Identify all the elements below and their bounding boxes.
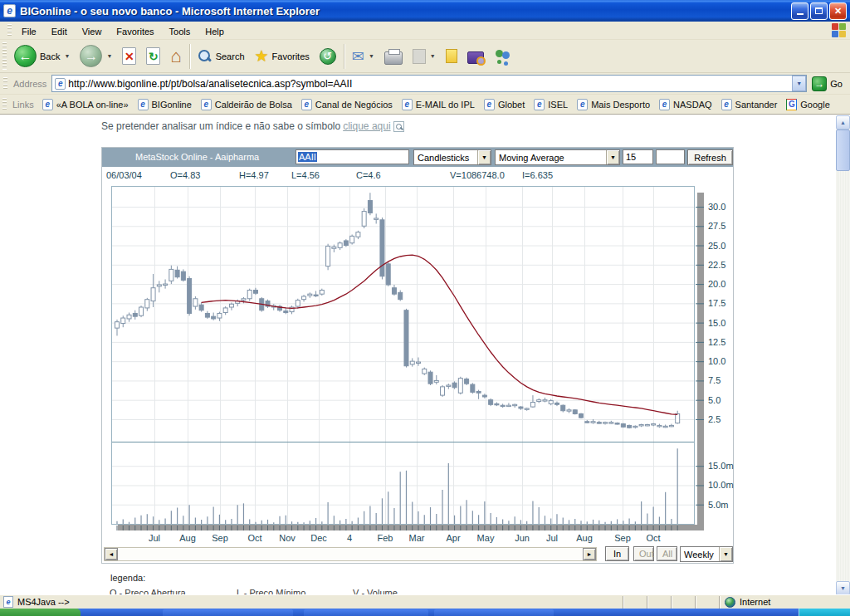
link-mais-desporto[interactable]: eMais Desporto xyxy=(574,97,656,112)
restore-button[interactable] xyxy=(810,2,828,20)
discuss-note-icon xyxy=(446,49,457,63)
system-tray-sliver xyxy=(799,609,850,616)
edit-button[interactable]: ▼ xyxy=(408,46,441,66)
taskbar-window-button[interactable] xyxy=(163,609,293,616)
home-button[interactable]: ⌂ xyxy=(165,46,186,67)
restore-icon xyxy=(815,7,823,14)
go-button[interactable]: → Go xyxy=(807,76,848,92)
taskbar-window-button[interactable] xyxy=(304,609,428,616)
scroll-down-button[interactable]: ▼ xyxy=(836,581,850,594)
interval-dropdown-icon[interactable]: ▼ xyxy=(719,547,732,561)
back-dropdown-icon[interactable]: ▼ xyxy=(64,53,70,59)
link-isel[interactable]: eISEL xyxy=(530,97,574,112)
indicator-dropdown-icon[interactable]: ▼ xyxy=(606,150,619,164)
menu-item-edit[interactable]: Edit xyxy=(44,24,75,39)
close-button[interactable]: ✕ xyxy=(829,2,847,20)
link-bigonline[interactable]: eBIGonline xyxy=(134,97,198,112)
page-v-scrollbar[interactable]: ▲ ▼ xyxy=(836,115,850,594)
print-button[interactable] xyxy=(379,46,408,67)
menu-item-file[interactable]: File xyxy=(14,24,44,39)
mail-button[interactable]: ✉ ▼ xyxy=(347,45,379,68)
start-button-sliver[interactable] xyxy=(0,609,81,616)
links-grip[interactable] xyxy=(2,98,7,110)
minimize-button[interactable] xyxy=(791,2,808,20)
stop-button[interactable]: ✕ xyxy=(117,45,141,67)
link-santander[interactable]: eSantander xyxy=(718,97,784,112)
forward-dropdown-icon[interactable]: ▼ xyxy=(106,53,112,59)
research-button[interactable] xyxy=(462,46,489,66)
clique-aqui-link[interactable]: clique aqui xyxy=(343,120,390,132)
refresh-chart-button[interactable]: Refresh xyxy=(687,149,733,165)
param2-input[interactable] xyxy=(656,149,685,164)
messenger-people-icon xyxy=(494,48,512,65)
symbol-input[interactable]: AAII xyxy=(296,149,409,164)
address-input[interactable] xyxy=(66,78,792,90)
menu-bar: FileEditViewFavoritesToolsHelp xyxy=(0,22,850,40)
svg-text:Apr: Apr xyxy=(446,533,460,543)
ie-page-icon: e xyxy=(721,99,732,110)
chart-type-value: Candlesticks xyxy=(414,153,477,163)
svg-text:22.5: 22.5 xyxy=(708,260,725,270)
messenger-button[interactable] xyxy=(489,46,517,67)
forward-button[interactable]: → ▼ xyxy=(75,42,117,70)
svg-text:15.0: 15.0 xyxy=(708,318,725,328)
chart-h-scrollbar[interactable]: ◄ ► xyxy=(104,547,597,561)
svg-text:17.5: 17.5 xyxy=(708,298,725,308)
interval-value: Weekly xyxy=(681,550,719,560)
zoom-in-button[interactable]: In xyxy=(605,546,629,561)
scroll-thumb[interactable] xyxy=(836,130,850,171)
toolbar-grip[interactable] xyxy=(2,42,7,70)
symbol-value: AAII xyxy=(298,152,317,162)
link-label: Santander xyxy=(735,100,778,110)
ohlc-value: L=4.56 xyxy=(291,170,320,180)
zoom-out-button[interactable]: Out xyxy=(633,546,654,561)
address-grip[interactable] xyxy=(3,77,7,90)
page-content: Se pretender analisar um índice e não sa… xyxy=(0,115,850,594)
back-label: Back xyxy=(40,51,60,61)
metastock-applet: MetaStock Online - Aaipharma AAII Candle… xyxy=(101,147,734,564)
scroll-left-button[interactable]: ◄ xyxy=(105,548,118,560)
link-google[interactable]: GGoogle xyxy=(783,97,835,112)
ohlc-value: V=1086748.0 xyxy=(450,170,505,180)
menu-items: FileEditViewFavoritesToolsHelp xyxy=(14,23,232,38)
mail-dropdown-icon[interactable]: ▼ xyxy=(369,53,374,59)
indicator-select[interactable]: Moving Average ▼ xyxy=(495,149,620,165)
taskbar-window-button[interactable] xyxy=(434,609,554,616)
research-book-icon xyxy=(467,51,484,64)
search-button[interactable]: Search xyxy=(193,46,250,66)
menu-grip[interactable] xyxy=(7,24,12,37)
favorites-button[interactable]: ★ Favorites xyxy=(250,44,315,68)
zoom-all-button[interactable]: All xyxy=(657,546,677,561)
address-dropdown-button[interactable]: ▼ xyxy=(792,76,806,91)
mail-icon: ✉ xyxy=(352,47,364,66)
interval-select[interactable]: Weekly ▼ xyxy=(680,546,733,562)
back-button[interactable]: ← Back ▼ xyxy=(9,42,75,70)
link-caldeir-o-de-bolsa[interactable]: eCaldeirão de Bolsa xyxy=(198,97,298,112)
link-canal-de-neg-cios[interactable]: eCanal de Negócios xyxy=(298,97,398,112)
address-bar: Address e ▼ → Go xyxy=(0,73,850,95)
chart-type-select[interactable]: Candlesticks ▼ xyxy=(413,149,491,165)
menu-item-tools[interactable]: Tools xyxy=(162,24,198,39)
link-globet[interactable]: eGlobet xyxy=(481,97,530,112)
link-e-mail-do-ipl[interactable]: eE-MAIL do IPL xyxy=(398,97,481,112)
link-a-bola-on-line[interactable]: e«A BOLA on-line» xyxy=(39,97,134,112)
ie-page-icon: e xyxy=(402,99,413,110)
discuss-button[interactable] xyxy=(441,46,462,66)
history-button[interactable]: ↺ xyxy=(315,46,341,67)
ie-page-icon: e xyxy=(659,99,670,110)
stop-icon: ✕ xyxy=(122,47,136,65)
scroll-up-button[interactable]: ▲ xyxy=(836,115,850,130)
home-icon: ⌂ xyxy=(170,48,181,65)
refresh-button[interactable]: ↻ xyxy=(141,45,165,67)
edit-dropdown-icon[interactable]: ▼ xyxy=(430,53,436,59)
chart-type-dropdown-icon[interactable]: ▼ xyxy=(477,150,491,164)
address-field[interactable]: e ▼ xyxy=(51,75,807,92)
menu-item-favorites[interactable]: Favorites xyxy=(109,24,161,39)
scroll-right-button[interactable]: ► xyxy=(583,548,596,560)
link-nasdaq[interactable]: eNASDAQ xyxy=(656,97,717,112)
period-input[interactable] xyxy=(623,149,653,164)
ohlc-value: C=4.6 xyxy=(356,170,381,180)
menu-item-help[interactable]: Help xyxy=(198,24,232,39)
menu-item-view[interactable]: View xyxy=(75,24,110,39)
svg-text:Aug: Aug xyxy=(576,533,593,543)
